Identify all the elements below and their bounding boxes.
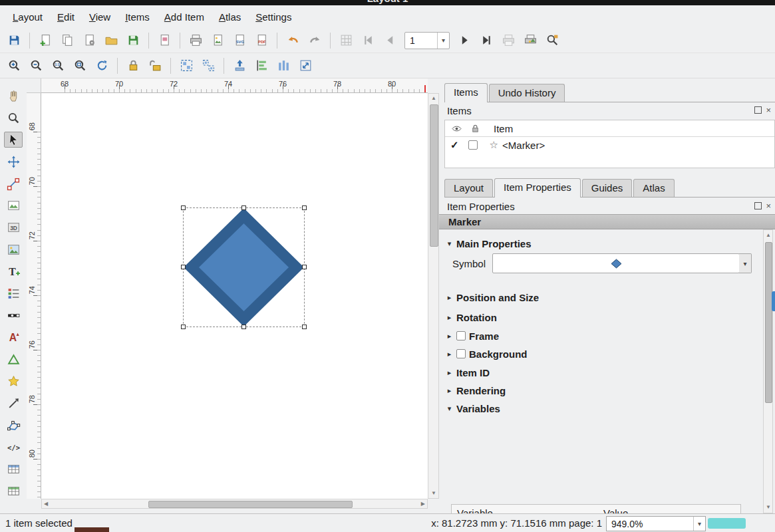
lock-selected-items-button[interactable] bbox=[123, 56, 143, 76]
scroll-up-icon[interactable]: ▲ bbox=[766, 233, 771, 238]
export-as-pdf-button[interactable]: PDF bbox=[251, 31, 271, 51]
duplicate-layout-button[interactable] bbox=[57, 31, 77, 51]
add-attribute-table-tool[interactable] bbox=[4, 461, 23, 477]
scroll-down-icon[interactable]: ▼ bbox=[431, 491, 436, 496]
add-shape-tool[interactable] bbox=[4, 351, 23, 367]
scroll-up-icon[interactable]: ▲ bbox=[431, 96, 436, 101]
add-3d-map-tool[interactable]: 3D bbox=[4, 219, 23, 235]
frame-checkbox[interactable] bbox=[456, 331, 466, 340]
scroll-down-icon[interactable]: ▼ bbox=[766, 505, 771, 510]
save-project-button[interactable] bbox=[4, 31, 24, 51]
section-rendering[interactable]: ▸ Rendering bbox=[446, 383, 506, 398]
menu-atlas[interactable]: Atlas bbox=[212, 8, 248, 26]
lock-checkbox[interactable] bbox=[468, 140, 478, 150]
previous-feature-button[interactable] bbox=[380, 31, 400, 51]
menu-edit[interactable]: Edit bbox=[50, 8, 82, 26]
canvas-vertical-scrollbar[interactable]: ▲ ▼ bbox=[428, 93, 439, 499]
section-position-and-size[interactable]: ▸ Position and Size bbox=[446, 290, 539, 305]
atlas-settings-button[interactable] bbox=[542, 31, 562, 51]
new-layout-button[interactable] bbox=[35, 31, 55, 51]
ungroup-items-button[interactable] bbox=[198, 56, 218, 76]
zoom-level-combo[interactable]: 949.0% ▾ bbox=[606, 516, 706, 531]
export-as-svg-button[interactable]: SVG bbox=[230, 31, 249, 51]
export-atlas-button[interactable] bbox=[520, 31, 540, 51]
item-row-marker[interactable]: ✓ ☆ <Marker> bbox=[445, 137, 774, 153]
select-move-item-tool[interactable] bbox=[4, 132, 23, 148]
float-panel-icon[interactable] bbox=[754, 106, 762, 114]
tab-atlas[interactable]: Atlas bbox=[633, 179, 674, 197]
export-as-image-button[interactable] bbox=[208, 31, 228, 51]
save-as-template-button[interactable] bbox=[123, 31, 143, 51]
edit-nodes-item-tool[interactable] bbox=[4, 176, 23, 192]
section-main-properties[interactable]: ▾ Main Properties bbox=[446, 236, 532, 251]
close-panel-icon[interactable]: × bbox=[766, 107, 771, 114]
horizontal-scroll-thumb[interactable] bbox=[148, 501, 353, 508]
tab-item-properties[interactable]: Item Properties bbox=[494, 178, 581, 198]
load-from-template-button[interactable] bbox=[101, 31, 121, 51]
zoom-out-button[interactable] bbox=[26, 56, 46, 76]
add-html-tool[interactable]: </> bbox=[4, 439, 23, 455]
add-legend-tool[interactable] bbox=[4, 285, 23, 301]
add-node-item-tool[interactable] bbox=[4, 417, 23, 433]
zoom-tool[interactable] bbox=[4, 110, 23, 126]
menu-view[interactable]: View bbox=[82, 8, 118, 26]
layout-canvas-page[interactable] bbox=[41, 93, 428, 499]
menu-settings[interactable]: Settings bbox=[248, 8, 299, 26]
raise-selected-items-button[interactable] bbox=[230, 56, 249, 76]
chevron-down-icon[interactable]: ▾ bbox=[739, 253, 752, 273]
move-item-content-tool[interactable] bbox=[4, 154, 23, 170]
section-background[interactable]: ▸ Background bbox=[446, 346, 528, 361]
tab-undo-history[interactable]: Undo History bbox=[489, 84, 565, 102]
last-feature-button[interactable] bbox=[476, 31, 496, 51]
chevron-down-icon[interactable]: ▾ bbox=[437, 33, 449, 49]
add-fixed-table-tool[interactable] bbox=[4, 483, 23, 499]
zoom-actual-size-button[interactable]: 1:1 bbox=[48, 56, 68, 76]
float-panel-icon[interactable] bbox=[754, 202, 762, 209]
tab-items[interactable]: Items bbox=[444, 83, 488, 102]
section-frame[interactable]: ▸ Frame bbox=[446, 329, 499, 343]
print-layout-button[interactable] bbox=[186, 31, 206, 51]
resize-selected-items-button[interactable] bbox=[295, 56, 315, 76]
distribute-selected-items-button[interactable] bbox=[273, 56, 293, 76]
section-item-id[interactable]: ▸ Item ID bbox=[446, 365, 490, 380]
visibility-checkmark-icon[interactable]: ✓ bbox=[450, 139, 459, 151]
add-arrow-tool[interactable] bbox=[4, 395, 23, 411]
atlas-page-combo[interactable]: 1 ▾ bbox=[404, 32, 450, 49]
vertical-scroll-thumb[interactable] bbox=[430, 104, 438, 247]
zoom-in-button[interactable] bbox=[4, 56, 24, 76]
menu-add-item[interactable]: Add Item bbox=[157, 8, 212, 26]
redo-button[interactable] bbox=[305, 31, 325, 51]
first-feature-button[interactable] bbox=[358, 31, 378, 51]
section-variables[interactable]: ▾ Variables bbox=[446, 401, 500, 416]
menu-items[interactable]: Items bbox=[118, 8, 157, 26]
scroll-right-icon[interactable]: ▶ bbox=[421, 501, 425, 507]
close-panel-icon[interactable]: × bbox=[766, 203, 771, 209]
symbol-selector[interactable]: ▾ bbox=[492, 253, 740, 273]
print-atlas-button[interactable] bbox=[498, 31, 518, 51]
group-items-button[interactable] bbox=[176, 56, 196, 76]
layout-manager-button[interactable] bbox=[79, 31, 99, 51]
background-checkbox[interactable] bbox=[456, 349, 466, 358]
menu-layout[interactable]: Layout bbox=[5, 8, 50, 26]
chevron-down-icon[interactable]: ▾ bbox=[693, 517, 705, 531]
zoom-full-button[interactable] bbox=[70, 56, 90, 76]
refresh-view-button[interactable] bbox=[92, 56, 112, 76]
add-picture-tool[interactable] bbox=[4, 241, 23, 257]
next-feature-button[interactable] bbox=[454, 31, 474, 51]
add-scale-bar-tool[interactable] bbox=[4, 307, 23, 323]
add-marker-tool[interactable] bbox=[4, 373, 23, 389]
page-setup-button[interactable] bbox=[154, 31, 174, 51]
add-north-arrow-tool[interactable]: A bbox=[4, 329, 23, 345]
canvas-horizontal-scrollbar[interactable]: ◀ ▶ bbox=[41, 499, 428, 509]
add-label-tool[interactable]: T bbox=[4, 263, 23, 279]
hidden-dock-indicator[interactable] bbox=[772, 291, 775, 311]
pan-layout-tool[interactable] bbox=[4, 88, 23, 104]
add-map-tool[interactable] bbox=[4, 198, 23, 213]
scroll-left-icon[interactable]: ◀ bbox=[44, 501, 48, 507]
undo-button[interactable] bbox=[283, 31, 303, 51]
properties-scroll-thumb[interactable] bbox=[765, 242, 772, 403]
preview-atlas-button[interactable] bbox=[336, 31, 356, 51]
section-rotation[interactable]: ▸ Rotation bbox=[446, 310, 497, 325]
marker-item[interactable] bbox=[183, 207, 305, 327]
tab-guides[interactable]: Guides bbox=[582, 179, 633, 197]
